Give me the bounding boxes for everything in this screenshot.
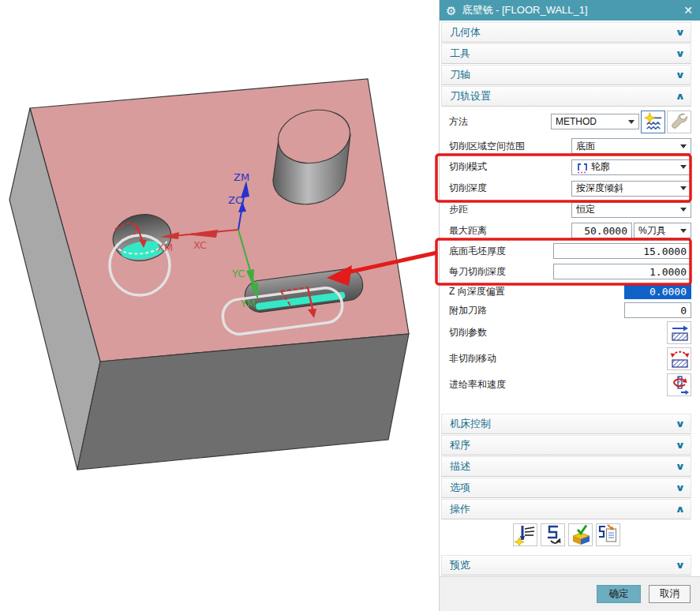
dropdown-caret-icon [680,144,687,148]
method-select[interactable]: METHOD [551,114,639,129]
section-label: 几何体 [450,25,481,39]
ym-axis-label: YM [240,298,256,309]
section-tool-axis[interactable]: 刀轴 ∨ [441,65,691,85]
section-label: 选项 [450,481,470,495]
generate-toolpath-icon [514,523,536,545]
chevron-up-icon: ∧ [676,504,686,515]
section-geometry[interactable]: 几何体 ∨ [441,22,691,43]
non-cutting-label: 非切削移动 [449,352,667,365]
verify-toolpath-button[interactable] [568,523,593,546]
section-toolpath-settings[interactable]: 刀轨设置 ∧ [441,86,691,107]
chevron-down-icon: ∨ [676,48,686,59]
3d-viewport[interactable]: ZM ZC XC XM YC YM [0,0,439,611]
row-z-offset: Z 向深度偏置 0.0000 [441,282,691,301]
section-label: 刀轨设置 [450,89,491,103]
cut-area-value: 底面 [576,140,677,153]
method-value: METHOD [556,116,625,127]
dialog-titlebar[interactable]: ⚙ 底壁铣 - [FLOOR_WALL_1] ✕ [440,0,700,21]
floor-stock-input[interactable]: 15.0000 [553,243,691,259]
operation-dialog: ⚙ 底壁铣 - [FLOOR_WALL_1] ✕ 几何体 ∨ 工具 ∨ 刀轴 ∨… [439,0,700,611]
section-label: 工具 [450,47,470,61]
row-non-cutting: 非切削移动 [441,346,691,372]
feeds-label: 进给率和速度 [449,378,667,392]
new-method-icon [643,111,664,132]
cut-area-label: 切削区域空间范围 [449,140,571,153]
chevron-down-icon: ∨ [676,27,686,38]
row-floor-stock: 底面毛坯厚度 15.0000 [441,241,691,261]
feeds-speeds-icon [668,374,691,396]
wrench-icon [669,111,690,132]
chevron-up-icon: ∧ [676,91,686,102]
cut-depth-select[interactable]: 按深度倾斜 [571,181,691,197]
list-toolpath-button[interactable] [596,523,620,546]
new-method-button[interactable] [641,111,665,133]
row-cut-area: 切削区域空间范围 底面 [441,136,691,156]
row-cut-params: 切削参数 [441,320,691,346]
cutting-parameters-button[interactable] [667,321,691,344]
replay-toolpath-button[interactable] [541,523,565,546]
cut-params-label: 切削参数 [449,326,667,339]
dialog-footer: 确定 取消 [440,576,700,611]
section-label: 程序 [450,438,470,452]
dialog-body: 几何体 ∨ 工具 ∨ 刀轴 ∨ 刀轨设置 ∧ 方法 METHOD [440,21,700,576]
verify-toolpath-icon [569,523,591,545]
zc-axis-label: ZC [228,194,242,206]
z-offset-label: Z 向深度偏置 [449,285,624,298]
list-toolpath-icon [597,523,619,545]
row-extra-passes: 附加刀路 0 [441,301,691,320]
max-distance-unit-select[interactable]: %刀具 [634,223,691,238]
ok-button[interactable]: 确定 [597,585,641,603]
non-cutting-moves-button[interactable] [667,347,691,370]
method-label: 方法 [449,115,551,129]
cut-depth-value: 按深度倾斜 [576,182,677,195]
cutting-parameters-icon [668,322,691,344]
chevron-down-icon: ∨ [676,69,686,81]
section-label: 机床控制 [450,417,491,431]
cut-area-select[interactable]: 底面 [571,138,691,154]
section-machine-control[interactable]: 机床控制 ∨ [441,414,691,434]
section-actions[interactable]: 操作 ∧ [441,499,691,519]
cut-pattern-select[interactable]: 轮廓 [571,159,691,175]
section-preview[interactable]: 预览 ∨ [441,555,691,575]
dropdown-caret-icon [680,229,687,233]
max-distance-label: 最大距离 [449,224,571,238]
cancel-button[interactable]: 取消 [649,585,691,603]
feeds-speeds-button[interactable] [667,373,691,396]
section-description[interactable]: 描述 ∨ [441,456,691,477]
depth-per-cut-input[interactable]: 1.0000 [553,264,691,279]
xm-axis-label: XM [157,242,173,253]
section-options[interactable]: 选项 ∨ [441,478,691,498]
extra-passes-input[interactable]: 0 [624,302,691,318]
edit-method-button[interactable] [667,111,691,133]
chevron-down-icon: ∨ [676,560,686,571]
cut-pattern-value: 轮廓 [591,160,610,174]
xc-axis-label: XC [193,239,207,251]
row-feeds: 进给率和速度 [441,372,691,398]
row-method: 方法 METHOD [441,107,691,136]
row-stepover: 步距 恒定 [441,199,691,220]
dropdown-caret-icon [628,120,634,124]
actions-strip [441,520,691,549]
max-distance-input[interactable]: 50.0000 [571,223,632,238]
stepover-select[interactable]: 恒定 [571,202,691,218]
row-depth-per-cut: 每刀切削深度 1.0000 [441,261,691,282]
replay-toolpath-icon [541,523,563,545]
generate-toolpath-button[interactable] [513,523,537,546]
cut-depth-label: 切削深度 [449,182,571,195]
model-scene: ZM ZC XC XM YC YM [0,0,439,611]
section-tool[interactable]: 工具 ∨ [441,43,691,64]
section-program[interactable]: 程序 ∨ [441,435,691,455]
close-icon[interactable]: ✕ [683,4,693,17]
section-label: 操作 [450,502,470,516]
dropdown-caret-icon [680,165,687,169]
dialog-title: 底壁铣 - [FLOOR_WALL_1] [462,3,678,17]
z-offset-input[interactable]: 0.0000 [624,283,691,299]
stepover-value: 恒定 [576,203,677,216]
chevron-down-icon: ∨ [676,461,686,472]
row-max-distance: 最大距离 50.0000 %刀具 [441,220,691,241]
stepover-label: 步距 [449,203,571,216]
floor-stock-label: 底面毛坯厚度 [449,245,553,258]
dropdown-caret-icon [680,208,687,212]
yc-axis-label: YC [231,268,245,279]
gear-icon: ⚙ [446,5,456,17]
